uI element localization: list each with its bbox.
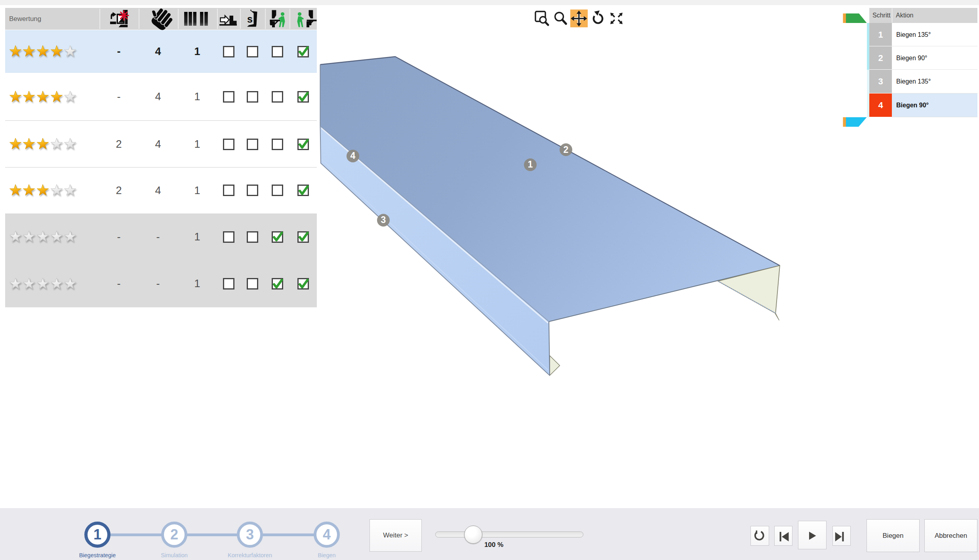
svg-text:s: s: [247, 13, 253, 25]
